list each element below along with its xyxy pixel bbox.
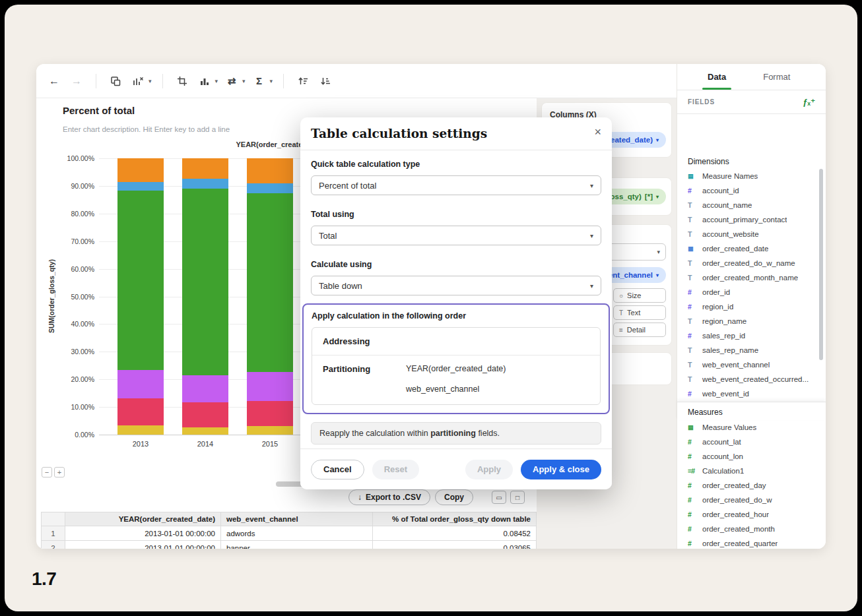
chevron-down-icon: ▾ [656,272,659,278]
field-item[interactable]: ▤Measure Values [677,420,826,435]
stacked-bar[interactable] [247,158,293,435]
column-header[interactable]: web_event_channel [221,512,373,526]
remove-chart-icon[interactable] [129,73,147,90]
bar-segment[interactable] [182,179,228,189]
export-csv-button[interactable]: ↓ Export to .CSV [348,489,430,505]
column-header[interactable]: YEAR(order_created_date) [65,512,221,526]
chevron-down-icon[interactable]: ▾ [149,78,152,84]
field-item[interactable]: Tweb_event_channel [677,357,826,372]
calculate-using-select[interactable]: Table down ▾ [311,276,601,295]
partitioning-field[interactable]: web_event_channel [406,385,506,394]
field-item[interactable]: #order_id [677,285,826,299]
bar-segment[interactable] [247,426,293,435]
sigma-icon[interactable]: Σ [251,73,268,90]
field-label: order_created_hour [702,510,769,518]
stacked-bar[interactable] [182,158,228,435]
bar-segment[interactable] [117,398,164,425]
partitioning-field[interactable]: YEAR(order_created_date) [406,364,506,373]
total-using-select[interactable]: Total ▾ [311,226,601,245]
bar-segment[interactable] [182,427,228,435]
bar-segment[interactable] [117,191,164,369]
copy-button[interactable]: Copy [435,489,473,505]
chart-type-icon[interactable] [196,73,213,90]
bar-segment[interactable] [247,372,293,401]
bar-segment[interactable] [182,402,228,428]
field-item[interactable]: #sales_rep_id [677,328,826,343]
field-item[interactable]: Taccount_primary_contact [677,212,826,227]
field-item[interactable]: Taccount_name [677,198,826,212]
field-label: region_id [702,303,733,311]
sort-descending-icon[interactable] [317,73,334,90]
field-item[interactable]: #account_lat [677,435,826,449]
field-item[interactable]: #account_id [677,183,826,198]
measures-section: Measures [677,402,826,420]
field-item[interactable]: Tregion_name [677,314,826,328]
swap-axes-icon[interactable]: ⇄ [223,73,240,90]
bar-segment[interactable] [247,193,293,372]
bar-segment[interactable] [247,183,293,193]
field-item[interactable]: ▤Measure Names [677,169,826,183]
field-item[interactable]: #order_created_day [677,478,826,493]
close-icon[interactable]: × [594,126,601,138]
field-item[interactable]: ▦order_created_date [677,241,826,256]
text-icon: T [688,259,700,267]
sort-ascending-icon[interactable] [294,73,312,90]
forward-icon[interactable]: → [68,73,85,90]
hash-icon: # [688,288,700,296]
stacked-bar[interactable] [117,158,164,435]
bar-segment[interactable] [117,182,164,191]
field-item[interactable]: Tweb_event_created_occurred... [677,372,826,386]
reset-button[interactable]: Reset [372,460,419,479]
crop-icon[interactable] [174,73,191,90]
field-item[interactable]: #order_created_quarter [677,536,826,549]
minimize-table-icon[interactable]: ▭ [492,491,506,504]
zoom-out-button[interactable]: − [42,467,52,477]
fields-scrollbar[interactable] [819,169,823,360]
partitioning-label: Partitioning [323,364,406,394]
fields-panel: Data Format FIELDS ƒₓ⁺ Dimensions ▤Measu… [677,64,826,549]
field-item[interactable]: Tsales_rep_name [677,343,826,357]
bar-segment[interactable] [182,158,228,179]
field-item[interactable]: Torder_created_month_name [677,270,826,285]
chevron-down-icon[interactable]: ▾ [270,78,273,84]
back-icon[interactable]: ← [46,73,63,90]
bar-segment[interactable] [117,370,164,399]
bar-segment[interactable] [182,375,228,402]
size-button[interactable]: ○ Size [613,288,666,303]
text-button[interactable]: T Text [613,305,666,320]
table-row[interactable]: 12013-01-01 00:00:00adwords0.08452 [42,526,537,541]
apply-button[interactable]: Apply [465,460,513,479]
field-item[interactable]: #order_created_hour [677,507,826,522]
bar-segment[interactable] [117,425,164,435]
bar-segment[interactable] [247,158,293,183]
field-item[interactable]: #order_created_month [677,522,826,536]
tab-data[interactable]: Data [708,64,726,90]
bar-segment[interactable] [117,158,164,182]
create-calculation-icon[interactable]: ƒₓ⁺ [803,97,815,107]
field-item[interactable]: #web_event_id [677,386,826,401]
cancel-button[interactable]: Cancel [311,460,364,479]
field-item[interactable]: Taccount_website [677,227,826,241]
bar-segment[interactable] [182,189,228,375]
column-header[interactable]: % of Total order_gloss_qty down table [373,512,537,526]
field-item[interactable]: #region_id [677,299,826,314]
table-row[interactable]: 22013-01-01 00:00:00banner0.03065 [42,541,537,549]
calc-order-group: Apply calculation in the following order… [302,303,610,414]
field-item[interactable]: #account_lon [677,449,826,464]
tab-format[interactable]: Format [763,64,790,90]
chart-description-input[interactable]: Enter chart description. Hit Enter key t… [63,125,230,133]
chevron-down-icon[interactable]: ▾ [242,78,246,84]
screen: { "frame": { "version_label": "1.7" }, "… [0,0,862,616]
duplicate-icon[interactable] [107,73,124,90]
bar-segment[interactable] [247,401,293,426]
field-item[interactable]: =#Calculation1 [677,464,826,478]
zoom-in-button[interactable]: + [54,467,65,477]
addressing-row: Addressing [312,328,600,355]
detail-button[interactable]: ≡ Detail [613,323,666,337]
quick-calc-select[interactable]: Percent of total ▾ [311,175,601,195]
apply-close-button[interactable]: Apply & close [521,460,601,479]
chevron-down-icon[interactable]: ▾ [215,78,218,84]
field-item[interactable]: Torder_created_do_w_name [677,256,826,270]
field-item[interactable]: #order_created_do_w [677,493,826,507]
maximize-table-icon[interactable]: □ [510,491,525,504]
